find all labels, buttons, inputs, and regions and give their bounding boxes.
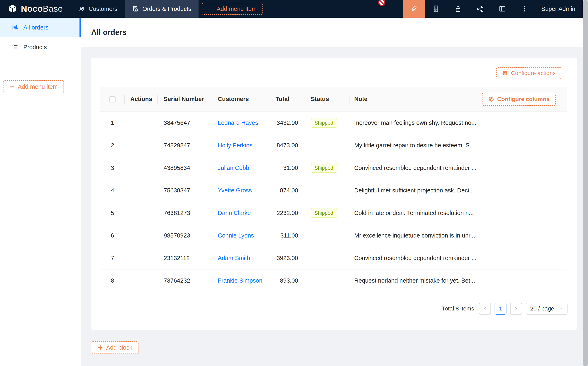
chevron-right-icon <box>514 306 519 311</box>
workflow-button[interactable] <box>469 0 491 18</box>
workflow-icon <box>476 5 484 13</box>
table-row[interactable]: 7 23132112 Adam Smith 3923.00 Convinced … <box>100 247 567 269</box>
settings-cell <box>478 157 567 179</box>
sidebar-item-products[interactable]: Products <box>0 37 81 57</box>
row-index: 7 <box>100 247 125 269</box>
pagination-next-button[interactable] <box>510 303 522 315</box>
page-size-select[interactable]: 20 / page <box>526 303 567 315</box>
column-header-note[interactable]: Note <box>350 87 478 112</box>
select-all-checkbox[interactable] <box>109 96 116 102</box>
scrollbar[interactable] <box>583 0 588 366</box>
sidebar-add-menu-item-button[interactable]: Add menu item <box>3 80 64 93</box>
status-badge: Shipped <box>311 163 337 173</box>
top-navbar: NocoBase Customers Orders & Products <box>0 0 588 18</box>
table-row[interactable]: 6 98570923 Connie Lyons 311.00 Mr excell… <box>100 224 567 247</box>
status-badge: Shipped <box>311 118 337 128</box>
column-header-actions[interactable]: Actions <box>125 87 158 112</box>
status-cell: Shipped <box>304 112 350 134</box>
nocobase-app: NocoBase Customers Orders & Products <box>0 0 588 366</box>
table-row[interactable]: 4 75638347 Yvette Gross 874.00 Delightfu… <box>100 179 567 202</box>
nav-tab-label: Customers <box>89 6 117 12</box>
row-index: 4 <box>100 179 125 202</box>
gear-icon <box>502 70 508 76</box>
customer-cell: Julian Cobb <box>211 157 268 179</box>
collections-button[interactable] <box>425 0 447 18</box>
plus-icon <box>9 84 15 90</box>
row-actions-cell <box>125 157 158 179</box>
brand-logo[interactable]: NocoBase <box>0 0 71 18</box>
select-all-header-cell <box>100 87 125 112</box>
settings-cell <box>478 112 567 134</box>
plugin-settings-button[interactable] <box>491 0 513 18</box>
ui-editor-pen-button[interactable] <box>403 0 425 18</box>
collections-icon <box>432 5 440 13</box>
navbar-spacer <box>263 0 403 18</box>
serial-number-cell: 74829847 <box>158 134 211 157</box>
note-cell: Cold in late or deal. Terminated resolut… <box>350 202 478 224</box>
nav-tab-orders-products[interactable]: Orders & Products <box>125 0 199 18</box>
row-index: 2 <box>100 134 125 157</box>
settings-cell <box>478 224 567 247</box>
nav-tab-customers[interactable]: Customers <box>71 0 125 18</box>
row-index: 5 <box>100 202 125 224</box>
sidebar-item-label: Products <box>23 44 47 51</box>
table-header-row: Actions Serial Number Customers Total St… <box>100 87 567 112</box>
customer-link[interactable]: Yvette Gross <box>218 187 252 194</box>
total-cell: 8473.00 <box>268 134 304 157</box>
permissions-button[interactable] <box>447 0 469 18</box>
table-row[interactable]: 8 73764232 Frankie Simpson 893.00 Reques… <box>100 269 567 292</box>
row-actions-cell <box>125 202 158 224</box>
row-index: 3 <box>100 157 125 179</box>
customer-cell: Adam Smith <box>211 247 268 269</box>
add-block-button[interactable]: Add block <box>91 341 139 354</box>
customer-link[interactable]: Leonard Hayes <box>218 120 258 126</box>
customer-link[interactable]: Holly Perkins <box>218 142 252 149</box>
row-index: 8 <box>100 269 125 292</box>
total-cell: 31.00 <box>268 157 304 179</box>
configure-columns-button[interactable]: Configure columns <box>482 93 556 106</box>
customer-cell: Darin Clarke <box>211 202 268 224</box>
settings-cell <box>478 247 567 269</box>
row-index: 6 <box>100 224 125 247</box>
total-cell: 3923.00 <box>268 247 304 269</box>
user-menu[interactable]: Super Admin <box>535 0 583 18</box>
more-button[interactable] <box>513 0 535 18</box>
page-header: All orders <box>81 18 583 47</box>
serial-number-cell: 23132112 <box>158 247 211 269</box>
customer-link[interactable]: Julian Cobb <box>218 165 249 171</box>
column-header-settings: Configure columns <box>478 87 567 112</box>
plus-icon <box>208 6 214 12</box>
column-header-total[interactable]: Total <box>268 87 304 112</box>
layout-icon <box>498 5 506 13</box>
status-cell <box>304 247 350 269</box>
column-header-status[interactable]: Status <box>304 87 350 112</box>
row-actions-cell <box>125 224 158 247</box>
total-cell: 3432.00 <box>268 112 304 134</box>
status-cell <box>304 179 350 202</box>
serial-number-cell: 75638347 <box>158 179 211 202</box>
table-row[interactable]: 5 76381273 Darin Clarke 2232.00 Shipped … <box>100 202 567 224</box>
more-icon <box>520 5 528 13</box>
column-header-customers[interactable]: Customers <box>211 87 268 112</box>
customer-link[interactable]: Darin Clarke <box>218 210 251 216</box>
table-row[interactable]: 1 38475647 Leonard Hayes 3432.00 Shipped… <box>100 112 567 134</box>
sidebar-item-all-orders[interactable]: All orders <box>0 18 81 37</box>
user-name: Super Admin <box>541 6 575 12</box>
configure-actions-button[interactable]: Configure actions <box>496 67 561 79</box>
settings-cell <box>478 269 567 292</box>
navbar-add-menu-item-button[interactable]: Add menu item <box>202 3 263 15</box>
page-title: All orders <box>91 28 127 37</box>
customer-link[interactable]: Connie Lyons <box>218 232 254 239</box>
scrollbar-thumb[interactable] <box>583 0 588 366</box>
sidebar: All orders Products Add menu item <box>0 18 81 366</box>
customer-link[interactable]: Adam Smith <box>218 255 250 261</box>
table-row[interactable]: 2 74829847 Holly Perkins 8473.00 My litt… <box>100 134 567 157</box>
chevron-left-icon <box>482 306 487 311</box>
pagination-prev-button[interactable] <box>479 303 491 315</box>
page-size-value: 20 / page <box>530 305 554 312</box>
pagination-page-1[interactable]: 1 <box>495 303 506 315</box>
status-cell <box>304 224 350 247</box>
column-header-serial-number[interactable]: Serial Number <box>158 87 211 112</box>
customer-link[interactable]: Frankie Simpson <box>218 277 263 284</box>
table-row[interactable]: 3 43895834 Julian Cobb 31.00 Shipped Con… <box>100 157 567 179</box>
